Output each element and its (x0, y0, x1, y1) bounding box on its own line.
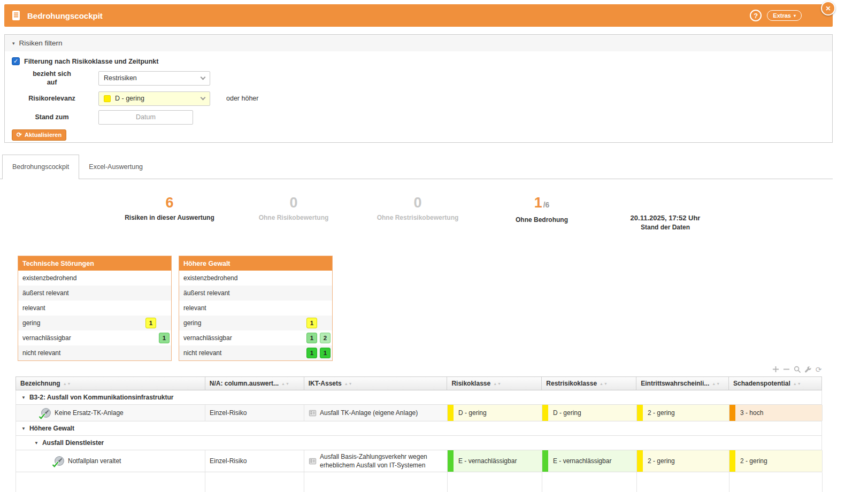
class-color-bar (729, 405, 735, 421)
app-icon (12, 10, 21, 21)
group-row[interactable]: ▼Ausfall Dienstleister (16, 436, 822, 450)
class-color-bar (729, 450, 735, 472)
eintritt-cell: 2 - gering (637, 405, 729, 421)
refresh-icon[interactable]: ⟳ (815, 365, 823, 373)
relevanz-select[interactable]: D - gering (98, 91, 210, 106)
sort-icon: ▲▼ (600, 382, 608, 386)
aktualisieren-button[interactable]: ⟳ Aktualisieren (12, 129, 66, 141)
matrix-row[interactable]: gering 1 (18, 316, 171, 330)
risk-name: Notfallplan veraltet (68, 457, 121, 465)
matrix-row-label: nicht relevant (183, 349, 221, 357)
relevanz-value: D - gering (115, 95, 144, 102)
datum-input[interactable] (98, 110, 193, 125)
wrench-icon[interactable] (804, 365, 812, 373)
help-button[interactable]: ? (750, 10, 762, 21)
matrix-row[interactable]: existenzbedrohend (18, 271, 171, 286)
bezieht-select[interactable]: Restrisiken (98, 71, 210, 86)
restrisikoklasse-cell: D - gering (542, 405, 637, 421)
matrix-row[interactable]: äußerst relevant (18, 286, 171, 301)
timestamp-value: 20.11.2025, 17:52 Uhr (601, 214, 729, 222)
class-label: E - vernachlässigbar (458, 457, 517, 465)
column-header-1[interactable]: N/A: column.auswert...▲▼ (205, 377, 304, 390)
title-bar: Bedrohungscockpit ? Extras ▾ ✕ (4, 4, 833, 27)
stat-label: Risiken in dieser Auswertung (107, 214, 232, 221)
schaden-cell: 3 - hoch (729, 405, 823, 421)
table-header: Bezeichnung▲▼N/A: column.auswert...▲▼IKT… (16, 376, 822, 390)
column-label: Schadenspotential (733, 380, 790, 387)
oder-hoeher-text: oder höher (226, 95, 258, 102)
tab-bar: Bedrohungscockpit Excel-Auswertung (0, 155, 833, 179)
ikt-asset-label: Ausfall Basis-Zahlungsverkehr wegen erhe… (320, 452, 443, 470)
matrix-row[interactable]: relevant (18, 301, 171, 316)
search-icon[interactable] (793, 365, 801, 373)
extras-label: Extras (773, 12, 791, 19)
collapse-icon[interactable]: ▼ (21, 395, 26, 400)
column-label: Risikoklasse (451, 380, 490, 387)
filter-title: Risiken filtern (19, 39, 63, 47)
filter-checkbox[interactable]: ✓ (12, 57, 20, 65)
column-header-0[interactable]: Bezeichnung▲▼ (16, 377, 205, 390)
column-header-4[interactable]: Restrisikoklasse▲▼ (542, 377, 636, 390)
matrix-row[interactable]: äußerst relevant (179, 286, 332, 301)
data-timestamp: 20.11.2025, 17:52 Uhr Stand der Daten (601, 214, 729, 231)
stat-value: 0 (356, 195, 480, 211)
bedrohungscockpit-page: Bedrohungscockpit ? Extras ▾ ✕ ▾ Risiken… (0, 0, 868, 492)
group-row[interactable]: ▼B3-2: Ausfall von Kommunikationsinfrast… (16, 390, 822, 405)
aktualisieren-label: Aktualisieren (25, 132, 62, 138)
class-color-bar (542, 405, 548, 421)
risk-name: Keine Ersatz-TK-Anlage (55, 409, 124, 417)
class-color-bar (542, 450, 548, 472)
column-label: Bezeichnung (20, 380, 60, 387)
tab-excel-auswertung[interactable]: Excel-Auswertung (79, 155, 152, 179)
chevron-down-icon (201, 95, 206, 100)
matrix-row[interactable]: vernachlässigbar 12 (179, 330, 332, 345)
empty-cell (448, 472, 542, 492)
filter-panel: ▾ Risiken filtern ✓ Filterung nach Risik… (4, 34, 833, 143)
matrix-row[interactable]: existenzbedrohend (179, 271, 332, 286)
column-header-5[interactable]: Eintrittswahrscheinli...▲▼ (636, 377, 729, 390)
group-label: B3-2: Ausfall von Kommunikationsinfrastr… (29, 394, 174, 401)
extras-button[interactable]: Extras ▾ (767, 10, 802, 21)
close-button[interactable]: ✕ (821, 1, 835, 16)
class-label: 2 - gering (740, 457, 767, 465)
sort-icon: ▲▼ (712, 382, 720, 386)
group-row[interactable]: ▼Höhere Gewalt (16, 421, 822, 436)
class-label: D - gering (458, 409, 487, 417)
collapse-icon[interactable]: ▼ (34, 441, 39, 445)
remove-icon[interactable] (782, 365, 790, 373)
stat-block-0: 6 Risiken in dieser Auswertung (107, 195, 232, 221)
auswertung-cell: Einzel-Risiko (205, 450, 304, 472)
matrix-row[interactable]: gering 1 (179, 316, 332, 330)
empty-cell (542, 472, 637, 492)
count-badge: 1 (306, 333, 317, 343)
relevanz-label: Risikorelevanz (12, 94, 92, 103)
add-icon[interactable] (772, 365, 780, 373)
matrix-row[interactable]: nicht relevant (18, 345, 171, 360)
bezieht-value: Restrisiken (104, 74, 137, 82)
collapse-icon[interactable]: ▼ (21, 426, 26, 431)
matrix-row[interactable]: vernachlässigbar 1 (18, 330, 171, 345)
column-header-3[interactable]: Risikoklasse▲▼ (447, 377, 542, 390)
matrix-row[interactable]: relevant (179, 301, 332, 316)
class-color-bar (448, 405, 454, 421)
filter-panel-header[interactable]: ▾ Risiken filtern (5, 35, 832, 51)
column-header-2[interactable]: IKT-Assets▲▼ (304, 377, 448, 390)
column-label: Restrisikoklasse (546, 380, 597, 387)
sort-icon: ▲▼ (63, 382, 71, 386)
class-color-bar (637, 450, 643, 472)
table-row[interactable]: Notfallplan veraltetEinzel-RisikoAusfall… (16, 450, 822, 472)
matrix-row-label: nicht relevant (22, 349, 60, 357)
risk-status-icon (41, 408, 51, 418)
risk-table: Bezeichnung▲▼N/A: column.auswert...▲▼IKT… (16, 376, 822, 492)
matrix-row[interactable]: nicht relevant 11 (179, 345, 332, 360)
column-header-6[interactable]: Schadenspotential▲▼ (729, 377, 822, 390)
table-row[interactable]: Keine Ersatz-TK-AnlageEinzel-RisikoAusfa… (16, 405, 822, 421)
empty-cell (304, 472, 448, 492)
risikoklasse-cell: E - vernachlässigbar (448, 450, 542, 472)
tab-bedrohungscockpit[interactable]: Bedrohungscockpit (2, 155, 79, 179)
matrix-panel-1: Höhere Gewalt existenzbedrohend äußerst … (179, 256, 333, 361)
class-color-bar (637, 405, 643, 421)
restrisikoklasse-cell: E - vernachlässigbar (542, 450, 637, 472)
matrix-row-label: äußerst relevant (22, 289, 69, 297)
bezeichnung-cell: Notfallplan veraltet (16, 450, 205, 472)
